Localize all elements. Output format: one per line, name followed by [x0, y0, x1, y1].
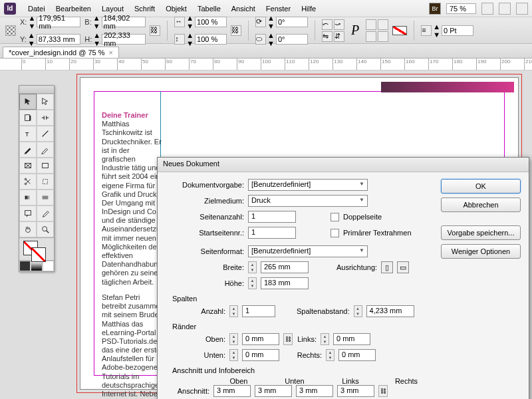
- tab-label: *cover_indesign.indd @ 75 %: [9, 49, 104, 57]
- shear-field[interactable]: 0°: [276, 34, 308, 45]
- zoom-tool[interactable]: [37, 221, 54, 237]
- landscape-icon[interactable]: ▭: [397, 261, 409, 273]
- y-field[interactable]: 87,333 mm: [37, 34, 80, 45]
- selection-tool[interactable]: [19, 94, 37, 110]
- type-tool[interactable]: T: [19, 126, 37, 142]
- fewer-options-button[interactable]: Weniger Optionen: [441, 244, 521, 259]
- arrange-icon[interactable]: [499, 3, 511, 15]
- line-tool[interactable]: [37, 126, 54, 142]
- margin-top-field[interactable]: 0 mm: [242, 333, 279, 345]
- tools-panel: T: [19, 85, 55, 272]
- fill-stroke-swatch[interactable]: [19, 237, 54, 260]
- bleed-top-field[interactable]: 3 mm: [213, 385, 251, 397]
- x-label: X:: [20, 18, 27, 26]
- select-next-icon[interactable]: [378, 31, 388, 42]
- tools-panel-header[interactable]: [19, 86, 54, 94]
- menu-datei[interactable]: Datei: [23, 5, 51, 13]
- workarea: Deine Trainer Matthias Tschinkowitz ist …: [0, 70, 532, 399]
- rotate-field[interactable]: 0°: [276, 17, 308, 27]
- portrait-icon[interactable]: ▯: [381, 261, 393, 273]
- reference-point-icon[interactable]: [5, 25, 16, 36]
- zoom-select[interactable]: 75 %: [446, 3, 476, 14]
- rectangle-frame-tool[interactable]: [19, 158, 37, 174]
- bleed-left-field[interactable]: 3 mm: [296, 385, 333, 397]
- stroke-weight-field[interactable]: 0 Pt: [442, 25, 473, 36]
- note-tool[interactable]: [19, 205, 37, 221]
- document-tab[interactable]: *cover_indesign.indd @ 75 % ×: [3, 47, 119, 58]
- bleed-bottom-field[interactable]: 3 mm: [255, 385, 292, 397]
- menu-objekt[interactable]: Objekt: [160, 5, 192, 13]
- menu-hilfe[interactable]: Hilfe: [296, 5, 321, 13]
- stroke-weight-icon: ≡: [421, 25, 432, 36]
- bleed-col-top: Oben: [212, 377, 265, 385]
- page-tool[interactable]: [19, 110, 37, 126]
- select-content-icon[interactable]: [378, 19, 388, 30]
- margin-left-field[interactable]: 0 mm: [333, 333, 370, 345]
- menu-layout[interactable]: Layout: [96, 5, 129, 13]
- close-tab-icon[interactable]: ×: [108, 49, 112, 57]
- rectangle-tool[interactable]: [37, 158, 54, 174]
- menu-tabelle[interactable]: Tabelle: [192, 5, 226, 13]
- menu-bearbeiten[interactable]: Bearbeiten: [51, 5, 96, 13]
- facing-checkbox[interactable]: [331, 213, 339, 221]
- width-field[interactable]: 265 mm: [261, 261, 309, 273]
- menu-fenster[interactable]: Fenster: [261, 5, 296, 13]
- stroke-color[interactable]: [31, 247, 46, 262]
- h-field[interactable]: 202,333 mm: [102, 34, 146, 45]
- bridge-button[interactable]: Br: [429, 3, 441, 15]
- bleed-right-field[interactable]: 3 mm: [337, 385, 374, 397]
- select-container-icon[interactable]: [366, 19, 376, 30]
- scale-y-field[interactable]: 100 %: [195, 34, 227, 45]
- gap-tool[interactable]: [37, 110, 54, 126]
- flip-v-icon[interactable]: ⇵: [334, 31, 344, 42]
- hand-tool[interactable]: [19, 221, 37, 237]
- flip-h-icon[interactable]: ⇋: [322, 31, 332, 42]
- constrain-scale-icon[interactable]: ⛓: [231, 25, 241, 36]
- text-frame[interactable]: Deine Trainer Matthias Tschinkowitz ist …: [102, 111, 165, 399]
- gradient-feather-tool[interactable]: [37, 190, 54, 205]
- start-field[interactable]: 1: [248, 227, 296, 239]
- pen-tool[interactable]: [19, 142, 37, 158]
- margins-title: Ränder: [172, 323, 433, 331]
- direct-selection-tool[interactable]: [37, 94, 54, 110]
- scissors-tool[interactable]: [19, 174, 37, 190]
- link-bleed-icon[interactable]: ⛓: [378, 385, 388, 397]
- scale-x-field[interactable]: 100 %: [195, 17, 227, 27]
- primary-checkbox[interactable]: [331, 229, 339, 237]
- margin-bottom-field[interactable]: 0 mm: [242, 349, 279, 361]
- constrain-wh-icon[interactable]: ⛓: [150, 25, 160, 36]
- char-format-icon[interactable]: P: [348, 23, 362, 38]
- w-field[interactable]: 184,902 mm: [102, 17, 146, 27]
- size-select[interactable]: [Benutzerdefiniert]: [248, 245, 368, 257]
- fill-swatch[interactable]: [392, 26, 407, 35]
- select-prev-icon[interactable]: [366, 31, 376, 42]
- menu-schrift[interactable]: Schrift: [129, 5, 160, 13]
- eyedropper-tool[interactable]: [37, 205, 54, 221]
- x-field[interactable]: 179,951 mm: [37, 17, 80, 27]
- apply-none-icon[interactable]: [43, 261, 54, 271]
- rotate-90-cw-icon[interactable]: ⤻: [334, 19, 344, 30]
- gutter-field[interactable]: 4,233 mm: [366, 305, 414, 317]
- h-label: H:: [84, 35, 92, 43]
- preset-select[interactable]: [Benutzerdefiniert]: [248, 179, 368, 191]
- pencil-tool[interactable]: [37, 142, 54, 158]
- ok-button[interactable]: OK: [441, 179, 521, 194]
- margin-right-field[interactable]: 0 mm: [338, 349, 376, 361]
- free-transform-tool[interactable]: [37, 174, 54, 190]
- rotate-90-ccw-icon[interactable]: ⤺: [322, 19, 332, 30]
- apply-color-icon[interactable]: [19, 261, 31, 271]
- menu-ansicht[interactable]: Ansicht: [226, 5, 261, 13]
- colnum-field[interactable]: 1: [242, 305, 275, 317]
- y-label: Y:: [20, 35, 27, 43]
- link-margins-icon[interactable]: ⛓: [283, 333, 293, 345]
- workspace-icon[interactable]: [516, 3, 528, 15]
- apply-gradient-icon[interactable]: [31, 261, 42, 271]
- pages-field[interactable]: 1: [248, 211, 296, 223]
- height-field[interactable]: 183 mm: [261, 277, 309, 289]
- horizontal-ruler[interactable]: 0102030405060708090100110120130140150160…: [0, 59, 532, 70]
- save-preset-button[interactable]: Vorgabe speichern...: [441, 225, 521, 240]
- screen-mode-icon[interactable]: [481, 3, 493, 15]
- gradient-swatch-tool[interactable]: [19, 190, 37, 205]
- intent-select[interactable]: Druck: [248, 195, 368, 207]
- cancel-button[interactable]: Abbrechen: [441, 198, 521, 212]
